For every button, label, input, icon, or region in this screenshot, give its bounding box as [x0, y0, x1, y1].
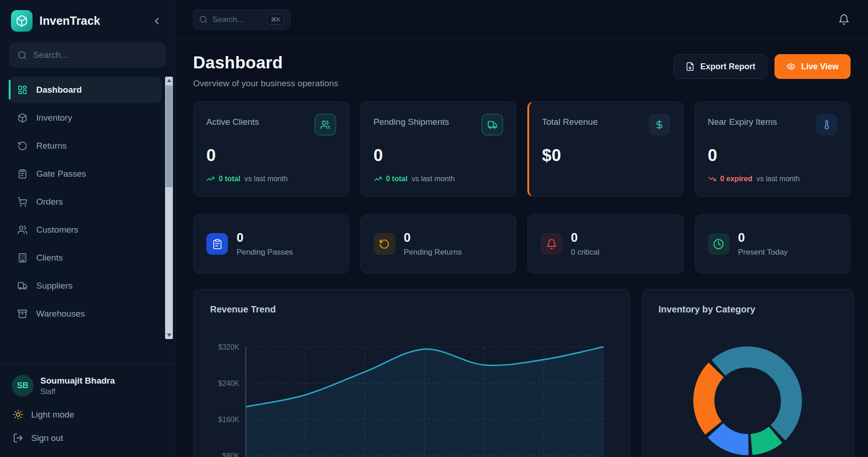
stat-card-near-expiry-items: Near Expiry Items00 expiredvs last month: [695, 101, 851, 197]
sidebar-scrollbar[interactable]: [165, 77, 173, 339]
export-report-button[interactable]: Export Report: [674, 54, 767, 79]
user-profile[interactable]: SB Soumuajit Bhadra Staff: [10, 371, 165, 403]
sidebar-item-orders[interactable]: Orders: [9, 189, 161, 215]
stat-label: Pending Shipments: [374, 114, 449, 127]
sidebar-collapse-button[interactable]: [149, 14, 164, 28]
sidebar-nav-scroll-area: DashboardInventoryReturnsGate PassesOrde…: [0, 76, 175, 364]
bell-icon: [546, 239, 557, 250]
mini-stat-label: Pending Passes: [237, 248, 293, 257]
page-title: Dashboard: [193, 53, 338, 72]
scrollbar-up-arrow[interactable]: [165, 77, 173, 84]
sidebar-item-warehouses[interactable]: Warehouses: [9, 301, 161, 327]
trend-up-icon: [374, 175, 382, 183]
mini-stat-present-today: 0Present Today: [695, 214, 851, 273]
search-icon: [199, 15, 208, 24]
sidebar-item-label: Clients: [36, 253, 63, 263]
sidebar-footer-actions: Light modeSign out: [10, 403, 165, 450]
rotate-ccw-icon: [17, 141, 28, 151]
user-role: Staff: [40, 388, 115, 396]
mini-stat-value: 0: [738, 231, 788, 245]
svg-text:$160K: $160K: [218, 416, 240, 424]
sidebar-item-label: Customers: [36, 225, 78, 235]
mini-stat-pending-returns: 0Pending Returns: [360, 214, 517, 273]
trend-value: 0 total: [219, 175, 240, 183]
global-search-input[interactable]: [212, 15, 262, 24]
sidebar-item-label: Returns: [36, 141, 67, 151]
eye-icon: [786, 62, 796, 71]
chevron-left-icon: [151, 16, 162, 27]
global-search[interactable]: ⌘K: [193, 10, 290, 29]
notifications-button[interactable]: [838, 14, 850, 25]
revenue-trend-title: Revenue Trend: [210, 304, 614, 315]
live-view-button[interactable]: Live View: [774, 54, 851, 79]
users-icon: [320, 120, 330, 130]
stat-icon-box: [649, 114, 670, 135]
stat-value: 0: [206, 146, 336, 165]
topbar: ⌘K: [176, 0, 868, 39]
inventory-category-title: Inventory by Category: [658, 304, 837, 315]
trend-suffix: vs last month: [412, 175, 455, 183]
trend-up-icon: [206, 175, 215, 183]
scrollbar-thumb[interactable]: [166, 85, 172, 187]
mini-icon-box: [206, 233, 228, 255]
sidebar-item-inventory[interactable]: Inventory: [9, 105, 161, 131]
trend-down-icon: [708, 175, 716, 183]
page-actions: Export ReportLive View: [674, 54, 851, 79]
mini-stat-value: 0: [571, 231, 599, 245]
package-icon: [17, 113, 28, 123]
app-root: InvenTrack DashboardInventoryReturnsGate…: [0, 0, 868, 457]
sidebar-header: InvenTrack: [0, 0, 175, 39]
sidebar-search-input[interactable]: [33, 50, 158, 60]
sidebar-item-clients[interactable]: Clients: [9, 245, 161, 271]
sidebar-item-customers[interactable]: Customers: [9, 217, 161, 243]
stat-card-pending-shipments: Pending Shipments00 totalvs last month: [360, 101, 517, 197]
bell-icon: [838, 14, 850, 25]
light-mode-button[interactable]: Light mode: [10, 403, 165, 426]
stat-value: 0: [374, 146, 503, 165]
stat-label: Near Expiry Items: [708, 114, 777, 127]
trend-value: 0 total: [386, 175, 408, 183]
revenue-trend-card: Revenue Trend $320K$240K$160K$80K: [193, 289, 630, 457]
stat-icon-box: [315, 114, 336, 135]
users-icon: [17, 225, 28, 235]
sidebar-item-dashboard[interactable]: Dashboard: [9, 77, 161, 103]
trend-suffix: vs last month: [757, 175, 800, 183]
app-logo: [11, 10, 33, 32]
trend-value: 0 expired: [720, 175, 752, 183]
button-label: Export Report: [700, 62, 755, 72]
page-content: Dashboard Overview of your business oper…: [176, 39, 868, 457]
sidebar-item-suppliers[interactable]: Suppliers: [9, 273, 161, 299]
rotate-ccw-icon: [379, 239, 390, 250]
trend-suffix: vs last month: [244, 175, 287, 183]
svg-text:$80K: $80K: [222, 452, 240, 457]
page-header: Dashboard Overview of your business oper…: [193, 53, 851, 89]
sidebar-item-gate-passes[interactable]: Gate Passes: [9, 161, 161, 187]
mini-icon-box: [541, 233, 562, 255]
mini-stat-0-critical: 00 critical: [527, 214, 684, 273]
mini-stat-value: 0: [404, 231, 462, 245]
svg-text:$240K: $240K: [218, 379, 240, 387]
stat-value: 0: [708, 146, 838, 165]
scrollbar-down-arrow[interactable]: [165, 331, 173, 339]
mini-stat-label: 0 critical: [571, 248, 599, 257]
svg-text:$320K: $320K: [218, 343, 240, 351]
sidebar-item-label: Suppliers: [36, 281, 72, 291]
sidebar-search[interactable]: [9, 43, 166, 67]
sidebar-item-returns[interactable]: Returns: [9, 133, 161, 159]
stats-grid: Active Clients00 totalvs last monthPendi…: [193, 101, 851, 197]
page-subtitle: Overview of your business operations: [193, 78, 338, 89]
clipboard-icon: [212, 239, 223, 250]
donut-wrap: [658, 334, 837, 457]
stat-card-total-revenue: Total Revenue$0: [527, 101, 684, 197]
sign-out-button[interactable]: Sign out: [10, 426, 165, 450]
sun-icon: [13, 409, 23, 420]
stat-card-active-clients: Active Clients00 totalvs last month: [193, 101, 349, 197]
sidebar: InvenTrack DashboardInventoryReturnsGate…: [0, 0, 176, 457]
footer-action-label: Sign out: [31, 433, 63, 443]
stat-value: $0: [542, 146, 670, 165]
dashboard-icon: [17, 85, 28, 95]
mini-icon-box: [708, 233, 730, 255]
warehouse-icon: [17, 309, 28, 319]
mini-stat-pending-passes: 0Pending Passes: [193, 214, 349, 273]
mini-stat-value: 0: [237, 231, 293, 245]
